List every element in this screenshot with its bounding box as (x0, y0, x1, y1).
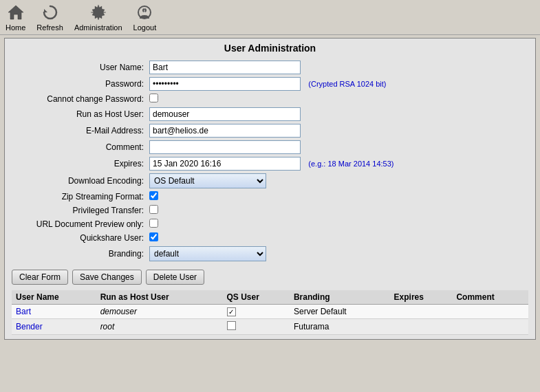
zip-streaming-control (149, 191, 528, 202)
user-table: User Name Run as Host User QS User Brand… (12, 290, 528, 335)
url-doc-preview-label: URL Document Preview only: (12, 219, 149, 229)
quickshare-control (149, 232, 528, 243)
col-header-host-user: Run as Host User (96, 290, 223, 305)
cell-expires (390, 305, 453, 319)
logout-icon: i (135, 3, 154, 22)
run-as-host-row: Run as Host User: (12, 107, 528, 121)
expires-control: (e.g.: 18 Mar 2014 14:53) (149, 157, 528, 171)
download-encoding-row: Download Encoding: OS Default UTF-8 ISO-… (12, 173, 528, 188)
branding-select[interactable]: default Server Default Futurama (149, 246, 266, 261)
refresh-icon (41, 3, 60, 22)
quickshare-row: Quickshare User: (12, 232, 528, 243)
password-row: Password: (Crypted RSA 1024 bit) (12, 77, 528, 91)
password-label: Password: (12, 79, 149, 89)
col-header-username: User Name (12, 290, 96, 305)
svg-text:i: i (144, 8, 145, 14)
delete-user-button[interactable]: Delete User (146, 270, 204, 285)
col-header-branding: Branding (290, 290, 390, 305)
col-header-expires: Expires (390, 290, 453, 305)
download-encoding-control: OS Default UTF-8 ISO-8859-1 (149, 173, 528, 188)
table-header-row: User Name Run as Host User QS User Brand… (12, 290, 528, 305)
run-as-host-input[interactable] (149, 107, 301, 121)
toolbar-administration-label: Administration (74, 23, 122, 32)
cell-comment (452, 305, 528, 319)
username-input[interactable] (149, 61, 301, 74)
email-label: E-Mail Address: (12, 126, 149, 135)
password-control: (Crypted RSA 1024 bit) (149, 77, 528, 91)
cell-host-user: demouser (96, 305, 223, 319)
run-as-host-label: Run as Host User: (12, 109, 149, 119)
privileged-transfer-row: Privileged Transfer: (12, 205, 528, 216)
username-row: User Name: (12, 61, 528, 74)
user-form: User Name: Password: (Crypted RSA 1024 b… (12, 61, 528, 261)
cell-username[interactable]: Bart (12, 305, 96, 319)
cannot-change-password-checkbox[interactable] (149, 94, 158, 102)
col-header-comment: Comment (452, 290, 528, 305)
privileged-transfer-control (149, 205, 528, 216)
email-input[interactable] (149, 124, 301, 138)
cell-host-user: root (96, 319, 223, 335)
page-title: User Administration (12, 43, 528, 54)
home-icon (6, 3, 25, 22)
expires-row: Expires: (e.g.: 18 Mar 2014 14:53) (12, 157, 528, 171)
comment-row: Comment: (12, 140, 528, 154)
toolbar-administration[interactable]: Administration (74, 3, 122, 32)
toolbar: Home Refresh Administration (0, 0, 540, 35)
email-row: E-Mail Address: (12, 124, 528, 138)
download-encoding-label: Download Encoding: (12, 176, 149, 186)
svg-marker-0 (8, 6, 23, 19)
cell-username[interactable]: Bender (12, 319, 96, 335)
username-label: User Name: (12, 63, 149, 72)
toolbar-home[interactable]: Home (6, 3, 25, 32)
quickshare-label: Quickshare User: (12, 233, 149, 243)
table-row: BenderrootFuturama (12, 319, 528, 335)
comment-input[interactable] (149, 140, 301, 154)
expires-label: Expires: (12, 159, 149, 168)
action-buttons: Clear Form Save Changes Delete User (12, 264, 528, 290)
cannot-change-password-control (149, 94, 528, 105)
cell-comment (452, 319, 528, 335)
cell-qs-user: ✓ (223, 305, 290, 319)
zip-streaming-label: Zip Streaming Format: (12, 192, 149, 202)
col-header-qs-user: QS User (223, 290, 290, 305)
cell-branding: Futurama (290, 319, 390, 335)
user-link[interactable]: Bender (16, 322, 43, 331)
password-input[interactable] (149, 77, 301, 91)
cannot-change-password-row: Cannot change Password: (12, 94, 528, 105)
url-doc-preview-checkbox[interactable] (149, 219, 158, 228)
svg-marker-1 (44, 9, 47, 12)
url-doc-preview-control (149, 219, 528, 230)
toolbar-home-label: Home (6, 23, 25, 32)
email-control (149, 124, 528, 138)
expires-input[interactable] (149, 157, 301, 171)
expires-hint: (e.g.: 18 Mar 2014 14:53) (308, 160, 393, 168)
privileged-transfer-checkbox[interactable] (149, 205, 158, 214)
cell-branding: Server Default (290, 305, 390, 319)
table-row: Bartdemouser✓Server Default (12, 305, 528, 319)
download-encoding-select[interactable]: OS Default UTF-8 ISO-8859-1 (149, 173, 266, 188)
quickshare-checkbox[interactable] (149, 232, 158, 241)
toolbar-logout-label: Logout (133, 23, 157, 32)
branding-row: Branding: default Server Default Futuram… (12, 246, 528, 261)
gear-icon (89, 3, 108, 22)
cannot-change-password-label: Cannot change Password: (12, 94, 149, 104)
content-area: User Administration User Name: Password:… (4, 38, 536, 340)
user-link[interactable]: Bart (16, 307, 31, 316)
toolbar-logout[interactable]: i Logout (133, 3, 157, 32)
save-changes-button[interactable]: Save Changes (72, 270, 142, 285)
comment-label: Comment: (12, 142, 149, 152)
username-control (149, 61, 528, 74)
zip-streaming-checkbox[interactable] (149, 191, 158, 200)
password-hint: (Crypted RSA 1024 bit) (308, 80, 386, 88)
comment-control (149, 140, 528, 154)
clear-form-button[interactable]: Clear Form (12, 270, 68, 285)
cell-expires (390, 319, 453, 335)
user-table-body: Bartdemouser✓Server DefaultBenderrootFut… (12, 305, 528, 335)
branding-control: default Server Default Futurama (149, 246, 528, 261)
privileged-transfer-label: Privileged Transfer: (12, 206, 149, 215)
toolbar-refresh-label: Refresh (36, 23, 63, 32)
branding-label: Branding: (12, 249, 149, 259)
run-as-host-control (149, 107, 528, 121)
toolbar-refresh[interactable]: Refresh (36, 3, 63, 32)
url-doc-preview-row: URL Document Preview only: (12, 219, 528, 230)
